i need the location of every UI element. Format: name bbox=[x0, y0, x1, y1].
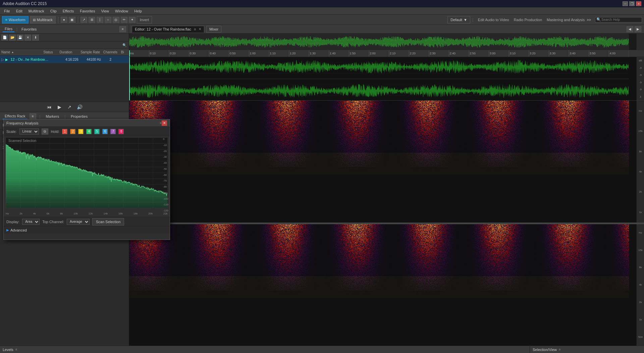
files-panel: Files | Favorites ≡ 📄 📂 💾 ✕ ⬇ 🔍 Name bbox=[0, 25, 129, 112]
volume-button[interactable]: 🔊 bbox=[76, 104, 83, 110]
menu-window[interactable]: Window bbox=[112, 8, 131, 14]
multitrack-mode-button[interactable]: ▤ Multitrack bbox=[30, 16, 56, 23]
hold-button-4[interactable]: 4 bbox=[86, 129, 92, 134]
freq-x-axis: Hz 2k 4k 6k 8k 10k 12k 14k 16k 18k 20k 2… bbox=[4, 212, 170, 217]
waveform-mode-button[interactable]: ≋ Waveform bbox=[2, 16, 29, 23]
workspace-label-1[interactable]: Edit Audio to Video bbox=[478, 18, 509, 22]
sv-menu-icon[interactable]: ≡ bbox=[559, 348, 561, 351]
toolbar-icon-9[interactable]: ✦ bbox=[129, 17, 136, 23]
toolbar-icon-8[interactable]: ✏ bbox=[121, 17, 127, 23]
invert-button[interactable]: Invert bbox=[137, 16, 152, 23]
spectrogram-upper-display[interactable] bbox=[129, 101, 637, 222]
editor-tab-menu: ≡ bbox=[194, 27, 196, 31]
default-workspace-button[interactable]: Default ▼ bbox=[447, 16, 470, 23]
hold-button-8[interactable]: 8 bbox=[118, 129, 124, 134]
menu-view[interactable]: View bbox=[98, 8, 112, 14]
import-file-button[interactable]: ⬇ bbox=[32, 35, 39, 41]
col-sample-header: Sample Rate bbox=[80, 50, 103, 54]
workspace-label-2[interactable]: Radio Production bbox=[514, 18, 542, 22]
menu-favorites[interactable]: Favorites bbox=[77, 8, 98, 14]
minimize-button[interactable]: ─ bbox=[623, 1, 628, 6]
play-button[interactable]: ▶ bbox=[56, 104, 63, 110]
files-menu-icon[interactable]: ≡ bbox=[119, 26, 126, 32]
menu-effects[interactable]: Effects bbox=[60, 8, 76, 14]
hold-button-5[interactable]: 5 bbox=[94, 129, 100, 134]
levels-panel: Levels ≡ dB -57 -54 -51 -48 -45 -42 -39 … bbox=[0, 346, 530, 353]
hold-button-3[interactable]: 3 bbox=[78, 129, 84, 134]
freq-controls: Scale: Linear ⧉ Hold: 1 2 3 4 5 6 7 8 bbox=[4, 127, 170, 136]
workspace-separator: | bbox=[472, 18, 473, 22]
hold-button-1[interactable]: 1 bbox=[62, 129, 67, 134]
new-file-button[interactable]: 📄 bbox=[1, 35, 8, 41]
toolbar-icon-2[interactable]: ▣ bbox=[69, 17, 75, 23]
editor-scroll-left[interactable]: ◀ bbox=[627, 26, 633, 32]
display-select[interactable]: Area bbox=[22, 219, 40, 225]
editor-scroll-right[interactable]: ▶ bbox=[635, 26, 641, 32]
scan-selection-button[interactable]: Scan Selection bbox=[92, 218, 124, 225]
menu-bar: File Edit Multitrack Clip Effects Favori… bbox=[0, 7, 644, 15]
close-button[interactable]: ✕ bbox=[636, 1, 641, 6]
col-bit-header: Bi bbox=[121, 50, 127, 54]
editor-tab[interactable]: Editor: 12 - Over The Rainbow.flac ≡ ✕ bbox=[132, 26, 204, 33]
effects-rack-tab[interactable]: Effects Rack bbox=[3, 113, 28, 119]
file-name: 12 - Ov...he Rainbow.flac bbox=[10, 57, 49, 61]
hold-button-6[interactable]: 6 bbox=[102, 129, 108, 134]
selection-view-panel: Selection/View ≡ Start End Duration Sele… bbox=[530, 346, 644, 353]
levels-menu-icon[interactable]: ≡ bbox=[15, 348, 17, 351]
hold-button-7[interactable]: 7 bbox=[110, 129, 116, 134]
toolbar-icon-4[interactable]: ⊞ bbox=[89, 17, 95, 23]
waveform-display[interactable] bbox=[129, 57, 637, 100]
freq-chart-container: Scanned Selection 0 -10 -20 -30 -40 -50 … bbox=[6, 138, 168, 212]
menu-clip[interactable]: Clip bbox=[48, 8, 59, 14]
overview-waveform[interactable] bbox=[129, 34, 637, 50]
save-file-button[interactable]: 💾 bbox=[17, 35, 23, 41]
col-duration-header: Duration bbox=[60, 50, 81, 54]
scanned-selection-label: Scanned Selection bbox=[8, 139, 36, 143]
restore-button[interactable]: ❐ bbox=[629, 1, 635, 6]
properties-tab[interactable]: Properties bbox=[69, 114, 90, 119]
scale-select[interactable]: Linear bbox=[19, 129, 39, 135]
toolbar-icon-7[interactable]: ◎ bbox=[113, 17, 119, 23]
hold-button-2[interactable]: 2 bbox=[70, 129, 75, 134]
share-button[interactable]: ↗ bbox=[66, 104, 73, 110]
search-input[interactable] bbox=[595, 17, 642, 22]
toolbar-icon-1[interactable]: ● bbox=[61, 17, 67, 23]
menu-edit[interactable]: Edit bbox=[13, 8, 25, 14]
menu-file[interactable]: File bbox=[1, 8, 13, 14]
waveform-overview bbox=[129, 34, 644, 50]
menu-multitrack[interactable]: Multitrack bbox=[26, 8, 47, 14]
freq-dialog-close-button[interactable]: ✕ bbox=[162, 120, 167, 126]
editor-tab-close[interactable]: ✕ bbox=[199, 27, 201, 31]
open-file-button[interactable]: 📂 bbox=[9, 35, 16, 41]
close-file-button[interactable]: ✕ bbox=[24, 35, 31, 41]
spectrogram-lower-display[interactable] bbox=[129, 224, 637, 346]
copy-icon[interactable]: ⧉ bbox=[42, 129, 48, 135]
window-controls[interactable]: ─ ❐ ✕ bbox=[623, 1, 641, 6]
top-channel-select[interactable]: Average bbox=[67, 219, 90, 225]
waveform-db-scale: dB -9 -9 -9 -9 3 bbox=[637, 57, 644, 100]
effects-menu-icon[interactable]: ≡ bbox=[30, 113, 36, 119]
advanced-label[interactable]: Advanced bbox=[10, 228, 27, 232]
spectrogram-upper-scale: Hz 15k 8k 4k 2k 1k bbox=[637, 101, 644, 222]
toolbar: ≋ Waveform ▤ Multitrack ● ▣ ↗ ⊞ | ○ ◎ ✏ … bbox=[0, 15, 644, 25]
advanced-expand-icon[interactable]: ▶ bbox=[6, 228, 9, 232]
markers-tab[interactable]: Markers bbox=[44, 114, 61, 119]
toolbar-divider-1 bbox=[58, 16, 58, 23]
files-search-bar: 🔍 bbox=[0, 42, 129, 49]
list-item[interactable]: ▷ ▶ 12 - Ov...he Rainbow.flac 4:16:226 4… bbox=[0, 56, 129, 63]
files-tab[interactable]: Files bbox=[3, 26, 14, 32]
menu-help[interactable]: Help bbox=[131, 8, 145, 14]
workspace-label-3[interactable]: Mastering and Analysis bbox=[547, 18, 585, 22]
freq-advanced-section: ▶ Advanced bbox=[4, 226, 170, 234]
toolbar-icon-3[interactable]: ↗ bbox=[80, 17, 87, 23]
files-columns-header: Name ▲ Status Duration Sample Rate Chann… bbox=[0, 49, 129, 56]
go-to-start-button[interactable]: ⏮ bbox=[46, 104, 53, 110]
spectrogram-upper: Hz 15k 8k 4k 2k 1k bbox=[129, 101, 644, 223]
title-bar: Adobe Audition CC 2015 ─ ❐ ✕ bbox=[0, 0, 644, 7]
toolbar-divider-2 bbox=[78, 16, 78, 23]
mixer-tab[interactable]: Mixer bbox=[206, 26, 221, 33]
toolbar-icon-6[interactable]: ○ bbox=[105, 17, 111, 23]
more-workspaces-button[interactable]: >> bbox=[587, 18, 591, 22]
toolbar-icon-5[interactable]: | bbox=[97, 17, 103, 23]
favorites-tab[interactable]: Favorites bbox=[19, 27, 39, 32]
